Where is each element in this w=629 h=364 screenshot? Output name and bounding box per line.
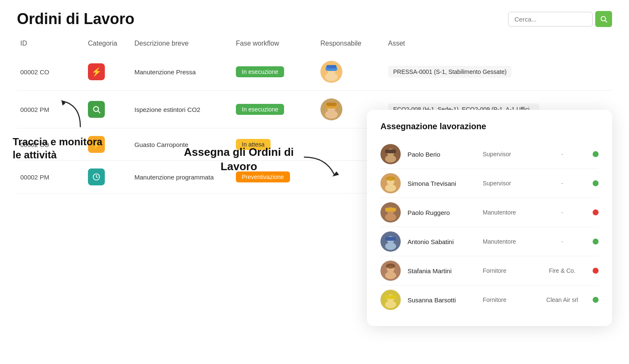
search-container: [508, 11, 612, 27]
svg-line-8: [98, 111, 100, 113]
svg-point-39: [385, 301, 396, 308]
person-name: Paolo Berio: [407, 151, 479, 158]
status-badge: In esecuzione: [236, 66, 284, 77]
search-input[interactable]: [508, 12, 593, 27]
person-company: -: [541, 209, 583, 216]
status-dot-green: [593, 180, 599, 186]
svg-point-27: [385, 213, 396, 221]
person-row[interactable]: Paolo Ruggero Manutentore -: [380, 198, 599, 227]
row-id: 00002 PM: [20, 174, 88, 181]
status-dot-red: [593, 209, 599, 215]
person-name: Susanna Barsotti: [407, 296, 479, 304]
row-description: Manutenzione programmata: [134, 174, 236, 181]
svg-marker-15: [61, 100, 66, 106]
person-row[interactable]: Stafania Martini Fornitore Fire & Co.: [380, 256, 599, 285]
person-company: -: [541, 151, 583, 158]
col-asset: Asset: [388, 40, 609, 47]
avatar: [320, 61, 342, 83]
person-role: Fornitore: [483, 267, 538, 274]
person-row[interactable]: Simona Trevisani Supervisor -: [380, 169, 599, 198]
person-name: Paolo Ruggero: [407, 209, 479, 216]
svg-rect-13: [326, 103, 336, 106]
col-responsabile: Responsabile: [320, 40, 388, 47]
svg-rect-6: [326, 65, 336, 68]
person-company: -: [541, 180, 583, 187]
svg-point-4: [325, 73, 338, 81]
cat-icon-clock: [88, 168, 105, 185]
page-title: Ordini di Lavoro: [17, 10, 134, 28]
status-badge: In esecuzione: [236, 104, 284, 115]
arrow-curve-up: [55, 97, 89, 131]
svg-point-19: [385, 155, 396, 163]
annotation-assign-text: Assegna gli Ordini di Lavoro: [178, 145, 300, 174]
person-role: Supervisor: [483, 151, 538, 158]
category-icon: ⚡: [88, 63, 134, 80]
cat-icon-lightning: ⚡: [88, 63, 105, 80]
svg-point-36: [386, 263, 395, 269]
avatar: [380, 290, 401, 310]
status-dot-green: [593, 151, 599, 157]
svg-point-24: [386, 177, 395, 181]
row-asset: PRESSA-0001 (S-1, Stabilimento Gessate): [388, 68, 609, 76]
status-dot-red: [593, 268, 599, 274]
annotation-track-text: Traccia e monitora le attività: [13, 135, 110, 161]
row-description: Manutenzione Pressa: [134, 68, 236, 76]
person-row[interactable]: Antonio Sabatini Manutentore -: [380, 227, 599, 256]
svg-rect-20: [385, 149, 396, 153]
svg-point-23: [385, 184, 396, 192]
table-header: ID Categoria Descrizione breve Fase work…: [17, 40, 612, 52]
avatar: [380, 173, 401, 193]
asset-text: PRESSA-0001 (S-1, Stabilimento Gessate): [388, 66, 511, 78]
row-status: In esecuzione: [236, 66, 320, 77]
avatar-svg: [320, 61, 342, 83]
person-company: -: [541, 238, 583, 245]
row-avatar: [320, 61, 388, 83]
avatar: [320, 98, 342, 120]
person-name: Simona Trevisani: [407, 180, 479, 187]
person-company: Fire & Co.: [541, 267, 583, 274]
cat-icon-search: [88, 101, 105, 118]
person-role: Supervisor: [483, 180, 538, 187]
avatar: [380, 202, 401, 223]
col-id: ID: [20, 40, 88, 47]
person-role: Fornitore: [483, 296, 538, 303]
row-status: In esecuzione: [236, 104, 320, 115]
annotation-assign: Assegna gli Ordini di Lavoro: [178, 145, 300, 174]
status-dot-green: [593, 297, 599, 303]
svg-line-1: [605, 20, 607, 22]
table-row[interactable]: 00002 CO ⚡ Manutenzione Pressa In esecuz…: [17, 53, 612, 91]
panel-title: Assegnazione lavorazione: [380, 122, 599, 131]
person-row[interactable]: Paolo Berio Supervisor -: [380, 140, 599, 169]
search-button[interactable]: [595, 11, 612, 27]
svg-rect-28: [385, 208, 396, 212]
arrow-curve-down: [300, 153, 342, 178]
clock-icon: [92, 173, 101, 181]
category-icon: [88, 168, 134, 185]
avatar: [380, 261, 401, 281]
svg-rect-32: [385, 237, 396, 241]
avatar: [380, 144, 401, 164]
col-categoria: Categoria: [88, 40, 134, 47]
search-icon: [600, 15, 607, 23]
person-row[interactable]: Susanna Barsotti Fornitore Clean Air srl: [380, 285, 599, 314]
row-description: Ispezione estintori CO2: [134, 106, 236, 113]
avatar: [380, 231, 401, 252]
svg-point-11: [325, 110, 338, 119]
annotation-track: Traccia e monitora le attività: [13, 122, 110, 161]
person-name: Stafania Martini: [407, 267, 479, 274]
person-role: Manutentore: [483, 238, 538, 245]
person-role: Manutentore: [483, 209, 538, 216]
col-fase: Fase workflow: [236, 40, 320, 47]
status-dot-green: [593, 239, 599, 244]
person-name: Antonio Sabatini: [407, 238, 479, 245]
svg-point-31: [385, 242, 396, 250]
avatar-svg: [320, 98, 342, 120]
svg-point-35: [385, 272, 396, 279]
category-icon: [88, 101, 134, 118]
person-company: Clean Air srl: [541, 296, 583, 303]
row-id: 00002 CO: [20, 68, 88, 76]
assignment-panel: Assegnazione lavorazione Paolo Berio Sup…: [367, 110, 612, 326]
svg-rect-40: [385, 295, 396, 299]
search-icon: [92, 105, 101, 114]
col-descrizione: Descrizione breve: [134, 40, 236, 47]
